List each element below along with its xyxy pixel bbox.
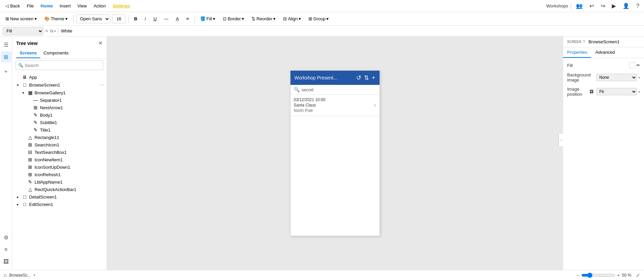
group-label: Group <box>313 16 325 21</box>
tree-item-nextarrow1[interactable]: ⊞ NextArrow1 <box>12 104 107 111</box>
theme-chevron-icon: ▾ <box>65 16 68 21</box>
iconnewitem-label: IconNewItem1 <box>35 157 104 162</box>
sort-header-icon[interactable]: ⇅ <box>364 74 369 81</box>
sidebar-title: Tree view <box>16 41 38 46</box>
tree-item-browsegallery1[interactable]: ▾ ▦ BrowseGallery1 <box>12 89 107 96</box>
underline-button[interactable]: U <box>151 15 159 23</box>
group-button[interactable]: ⊞ Group ▾ <box>306 15 331 23</box>
italic-button[interactable]: / <box>142 15 149 23</box>
strikethrough-button[interactable]: — <box>162 15 171 23</box>
tree-item-detailscreen1[interactable]: ▸ □ DetailScreen1 <box>12 193 107 201</box>
app-list-item[interactable]: 03/12/2021 10:00 Santa Claus North Pole … <box>291 95 380 116</box>
tree-item-editscreen1[interactable]: ▸ □ EditScreen1 <box>12 201 107 208</box>
tree-item-rectangle11[interactable]: △ Rectangle11 <box>12 134 107 141</box>
formula-property-select[interactable]: Fill <box>3 27 43 35</box>
tree-item-iconnewitem1[interactable]: ⊞ IconNewItem1 <box>12 156 107 163</box>
home-menu[interactable]: Home <box>38 2 56 10</box>
app-list-date: 03/12/2021 10:00 <box>294 97 325 102</box>
tree-item-rectquickactionbar1[interactable]: △ RectQuickActionBar1 <box>12 186 107 193</box>
variables-icon-button[interactable]: ≡ <box>1 244 12 255</box>
tab-screens[interactable]: Screens <box>16 48 40 58</box>
bg-image-value: None ▾ <box>596 74 640 81</box>
bottom-screen-chevron-icon[interactable]: ▾ <box>34 273 35 277</box>
menu-bar-right: Workshops 👥 ↩ ↪ ▶ 👤 ? <box>546 1 641 10</box>
add-header-icon[interactable]: + <box>372 74 375 81</box>
collab-icon-button[interactable]: 👥 <box>574 1 585 10</box>
help-button[interactable]: ? <box>634 2 641 10</box>
fill-button[interactable]: 🪣 Fill ▾ <box>197 15 218 23</box>
fill-row: Fill ✏ <box>567 62 640 68</box>
zoom-slider[interactable] <box>581 273 615 278</box>
new-screen-icon: ⊞ <box>5 16 9 21</box>
zoom-fit-button[interactable]: ⤢ <box>636 273 640 278</box>
theme-icon: 🎨 <box>44 16 50 21</box>
formula-input[interactable] <box>58 28 641 34</box>
tree-item-searchicon1[interactable]: ⊞ SearchIcon1 <box>12 141 107 148</box>
font-color-button[interactable]: A <box>173 15 182 23</box>
fill-edit-button[interactable]: ✏ <box>637 63 640 68</box>
app-search-bar: 🔍 secret <box>291 85 380 95</box>
view-menu[interactable]: View <box>75 2 90 10</box>
tree-item-lblappname1[interactable]: ✎ LblAppName1 <box>12 178 107 186</box>
settings-menu[interactable]: Settings <box>110 2 133 10</box>
action-menu[interactable]: Action <box>91 2 108 10</box>
layers-icon-button[interactable]: ⊞ <box>1 51 12 62</box>
tree-item-browsescreen1[interactable]: ▾ □ BrowseScreen1 ··· <box>12 81 107 89</box>
font-size-input[interactable] <box>112 15 126 23</box>
tab-components[interactable]: Components <box>40 48 72 58</box>
tree-item-separator1[interactable]: — Separator1 <box>12 96 107 104</box>
browsescreen-more-icon[interactable]: ··· <box>100 82 104 88</box>
tree-item-textsearchbox1[interactable]: ⊟ TextSearchBox1 <box>12 148 107 156</box>
tree-item-subtitle1[interactable]: ✎ Subtitle1 <box>12 119 107 126</box>
tree-item-iconrefresh1[interactable]: ⊞ IconRefresh1 <box>12 171 107 178</box>
undo-button[interactable]: ↩ <box>587 1 596 10</box>
browsescreen-expand-icon: ▾ <box>15 83 20 87</box>
browsescreen-label: BrowseScreen1 <box>29 83 98 88</box>
tree-item-body1[interactable]: ✎ Body1 <box>12 111 107 119</box>
fill-swatch[interactable] <box>629 62 635 68</box>
play-button[interactable]: ▶ <box>610 1 618 10</box>
zoom-out-button[interactable]: − <box>577 273 579 278</box>
right-panel: SCREEN ? BrowseScreen1 Properties Advanc… <box>563 37 644 270</box>
tree-item-title1[interactable]: ✎ Title1 <box>12 126 107 134</box>
tab-properties[interactable]: Properties <box>563 47 591 58</box>
search-input[interactable] <box>16 61 103 70</box>
new-screen-button[interactable]: ⊞ New screen ▾ <box>3 15 40 23</box>
toolbar-divider-2 <box>128 15 129 23</box>
insert-menu[interactable]: Insert <box>57 2 73 10</box>
user-button[interactable]: 👤 <box>621 1 631 10</box>
border-button[interactable]: ⊡ Border ▾ <box>220 15 247 23</box>
iconrefresh-label: IconRefresh1 <box>35 172 104 177</box>
add-icon-button[interactable]: + <box>1 66 12 77</box>
font-family-select[interactable]: Open Sans <box>76 15 110 23</box>
tree-item-app[interactable]: 🖥 App <box>12 73 107 81</box>
app-header-icons: ↺ ⇅ + <box>356 74 375 81</box>
reorder-button[interactable]: ⇅ Reorder ▾ <box>249 15 278 23</box>
app-list-location: North Pole <box>294 108 325 113</box>
file-menu[interactable]: File <box>24 2 37 10</box>
right-panel-tabs: Properties Advanced <box>563 47 644 58</box>
textsearchbox-icon: ⊟ <box>27 149 33 155</box>
rectquickactionbar-label: RectQuickActionBar1 <box>35 187 104 192</box>
tab-advanced[interactable]: Advanced <box>591 47 619 58</box>
components-icon-button[interactable]: ⚙ <box>1 232 12 243</box>
zoom-in-button[interactable]: + <box>617 273 620 278</box>
lblappname-icon: ✎ <box>27 179 33 185</box>
media-icon-button[interactable]: 🖼 <box>1 256 12 267</box>
border-label: Border <box>228 16 241 21</box>
separator-label: Separator1 <box>40 98 104 103</box>
image-position-select[interactable]: Fit <box>596 88 637 95</box>
refresh-header-icon[interactable]: ↺ <box>356 74 361 81</box>
right-panel-collapse-button[interactable]: › <box>559 133 563 147</box>
tree-item-iconsortupdown1[interactable]: ⊞ IconSortUpDown1 <box>12 163 107 171</box>
hamburger-icon-button[interactable]: ☰ <box>1 39 12 50</box>
align2-button[interactable]: ⊟ Align ▾ <box>280 15 304 23</box>
align-button[interactable]: ≡ <box>184 15 192 23</box>
sidebar-close-button[interactable]: ✕ <box>98 40 103 46</box>
back-button[interactable]: ◁ Back <box>3 2 23 10</box>
bg-image-select[interactable]: None <box>596 74 637 81</box>
theme-button[interactable]: 🎨 Theme ▾ <box>42 15 70 23</box>
screen-help-icon[interactable]: ? <box>583 39 585 44</box>
bold-button[interactable]: B <box>131 15 140 23</box>
redo-button[interactable]: ↪ <box>599 1 607 10</box>
